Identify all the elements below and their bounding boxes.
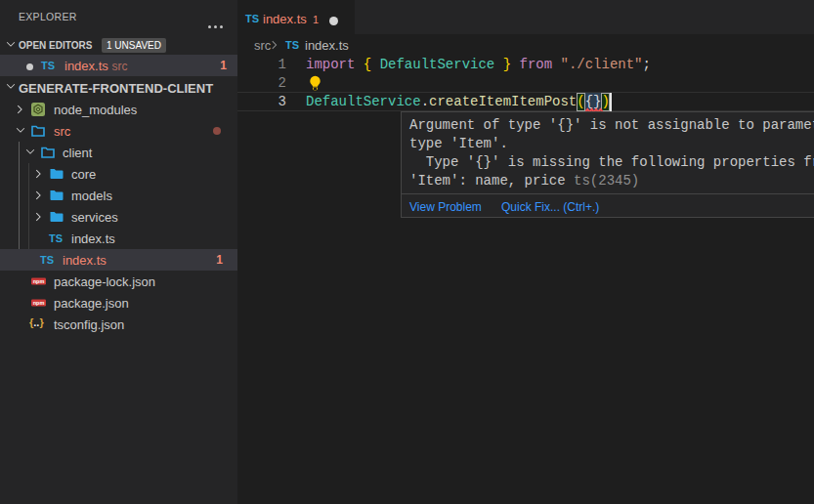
svg-text:npm: npm <box>33 300 45 306</box>
svg-text:npm: npm <box>33 278 45 284</box>
